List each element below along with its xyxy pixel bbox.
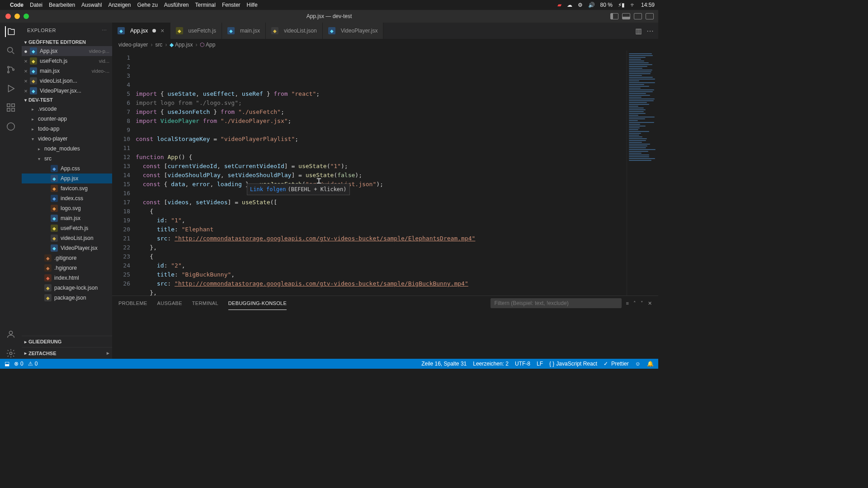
toggle-sidebar-icon[interactable] bbox=[610, 13, 618, 19]
open-editor-item[interactable]: ×◆main.jsxvideo-... bbox=[22, 66, 112, 76]
file-item[interactable]: ◆App.jsx bbox=[22, 174, 112, 183]
close-icon[interactable]: × bbox=[22, 68, 30, 75]
app-name[interactable]: Code bbox=[10, 2, 24, 8]
file-item[interactable]: ◆logo.svg bbox=[22, 203, 112, 213]
file-item[interactable]: ◆App.css bbox=[22, 164, 112, 174]
menu-ausführen[interactable]: Ausführen bbox=[164, 2, 189, 8]
file-item[interactable]: ◆package.json bbox=[22, 293, 112, 303]
panel-tab-ausgabe[interactable]: AUSGABE bbox=[157, 297, 182, 310]
notifications-icon[interactable]: 🔔 bbox=[647, 361, 654, 367]
panel-tab-terminal[interactable]: TERMINAL bbox=[192, 297, 218, 310]
folder-item[interactable]: ▾src bbox=[22, 154, 112, 164]
folder-item[interactable]: ▸todo-app bbox=[22, 124, 112, 134]
file-item[interactable]: ◆index.html bbox=[22, 273, 112, 283]
run-debug-icon[interactable] bbox=[5, 83, 16, 94]
menu-anzeigen[interactable]: Anzeigen bbox=[108, 2, 131, 8]
panel-close-icon[interactable]: ✕ bbox=[648, 300, 652, 306]
file-item[interactable]: ◆package-lock.json bbox=[22, 283, 112, 293]
language-mode[interactable]: { } JavaScript React bbox=[549, 361, 597, 367]
breadcrumb-item[interactable]: video-player bbox=[118, 42, 148, 48]
eol-status[interactable]: LF bbox=[537, 361, 543, 367]
split-editor-icon[interactable]: ▥ bbox=[635, 27, 642, 35]
minimize-window-button[interactable] bbox=[14, 14, 20, 19]
file-item[interactable]: ◆.gitignore bbox=[22, 253, 112, 263]
open-editor-item[interactable]: ×◆VideoPlayer.jsx... bbox=[22, 86, 112, 96]
menu-fenster[interactable]: Fenster bbox=[222, 2, 241, 8]
menu-hilfe[interactable]: Hilfe bbox=[247, 2, 258, 8]
minimap[interactable] bbox=[627, 51, 658, 296]
breadcrumb-item[interactable]: ◆ App.jsx bbox=[170, 42, 193, 48]
file-item[interactable]: ◆useFetch.js bbox=[22, 223, 112, 233]
close-window-button[interactable] bbox=[5, 14, 11, 19]
volume-icon[interactable]: 🔊 bbox=[588, 2, 595, 8]
modified-dot-icon[interactable]: ● bbox=[22, 48, 30, 55]
feedback-icon[interactable]: ☺ bbox=[635, 361, 641, 367]
editor-tab[interactable]: ◆VideoPlayer.jsx bbox=[323, 23, 384, 39]
search-icon[interactable] bbox=[5, 45, 16, 56]
close-tab-icon[interactable]: × bbox=[160, 27, 164, 34]
warnings-count[interactable]: ⚠ 0 bbox=[28, 361, 38, 367]
close-icon[interactable]: × bbox=[22, 58, 30, 65]
menu-datei[interactable]: Datei bbox=[30, 2, 42, 8]
editor-tab[interactable]: ◆main.jsx bbox=[222, 23, 266, 39]
toggle-panel-icon[interactable] bbox=[622, 13, 630, 19]
source-control-icon[interactable] bbox=[5, 64, 16, 75]
cloud-icon[interactable]: ☁︎ bbox=[567, 2, 572, 8]
panel-expand-icon[interactable]: ˅ bbox=[641, 300, 643, 306]
panel-settings-icon[interactable]: ≡ bbox=[626, 300, 629, 306]
account-icon[interactable] bbox=[5, 329, 16, 340]
open-editor-item[interactable]: ●◆App.jsxvideo-p... bbox=[22, 46, 112, 56]
open-editor-item[interactable]: ×◆videoList.json... bbox=[22, 76, 112, 86]
breadcrumb[interactable]: video-player›src›◆ App.jsx›⬡ App bbox=[112, 39, 658, 51]
layout-customize-icon[interactable] bbox=[646, 13, 654, 19]
timeline-section[interactable]: ▸ZEITACHSE▸ bbox=[22, 347, 112, 359]
explorer-icon[interactable] bbox=[5, 26, 16, 37]
open-editor-item[interactable]: ×◆useFetch.jsvid... bbox=[22, 56, 112, 66]
project-section[interactable]: ▾DEV-TEST bbox=[22, 96, 112, 104]
debug-console-body[interactable] bbox=[112, 310, 658, 359]
wifi-icon[interactable]: ᯤ bbox=[630, 2, 636, 8]
extensions-icon[interactable] bbox=[5, 102, 16, 113]
folder-item[interactable]: ▸.vscode bbox=[22, 104, 112, 114]
more-actions-icon[interactable]: ⋯ bbox=[646, 27, 654, 35]
file-item[interactable]: ◆index.css bbox=[22, 193, 112, 203]
menu-terminal[interactable]: Terminal bbox=[195, 2, 216, 8]
menu-gehe zu[interactable]: Gehe zu bbox=[137, 2, 157, 8]
errors-count[interactable]: ⊗ 0 bbox=[14, 361, 24, 367]
menu-bearbeiten[interactable]: Bearbeiten bbox=[49, 2, 75, 8]
maximize-window-button[interactable] bbox=[24, 14, 29, 19]
open-editors-section[interactable]: ▾GEÖFFNETE EDITOREN bbox=[22, 38, 112, 46]
editor-tab[interactable]: ◆App.jsx× bbox=[112, 23, 170, 39]
sidebar-more-icon[interactable]: ⋯ bbox=[102, 28, 107, 33]
remote-indicator[interactable]: ⬓ bbox=[5, 361, 9, 367]
folder-item[interactable]: ▸counter-app bbox=[22, 114, 112, 124]
file-item[interactable]: ◆main.jsx bbox=[22, 213, 112, 223]
file-item[interactable]: ◆videoList.json bbox=[22, 233, 112, 243]
panel-tab-probleme[interactable]: PROBLEME bbox=[118, 297, 147, 310]
toggle-secondary-icon[interactable] bbox=[634, 13, 642, 19]
folder-item[interactable]: ▸node_modules bbox=[22, 144, 112, 154]
outline-section[interactable]: ▸GLIEDERUNG bbox=[22, 336, 112, 347]
close-icon[interactable]: × bbox=[22, 88, 30, 94]
editor-tab[interactable]: ◆videoList.json bbox=[266, 23, 323, 39]
settings-gear-icon[interactable] bbox=[5, 348, 16, 359]
code-editor[interactable]: Link folgen (BEFEHL + Klicken) ⌶ import … bbox=[136, 51, 627, 296]
editor-tab[interactable]: ◆useFetch.js bbox=[170, 23, 222, 39]
tool-icon[interactable]: ⚙︎ bbox=[578, 2, 583, 8]
file-item[interactable]: ◆favicon.svg bbox=[22, 183, 112, 193]
menu-auswahl[interactable]: Auswahl bbox=[81, 2, 102, 8]
cursor-position[interactable]: Zeile 16, Spalte 31 bbox=[421, 361, 467, 367]
panel-collapse-icon[interactable]: ˄ bbox=[633, 300, 636, 306]
folder-item[interactable]: ▾video-player bbox=[22, 134, 112, 144]
remote-icon[interactable] bbox=[5, 121, 16, 132]
panel-tab-debugging-konsole[interactable]: DEBUGGING-KONSOLE bbox=[228, 297, 287, 310]
prettier-status[interactable]: Prettier bbox=[604, 361, 629, 367]
close-icon[interactable]: × bbox=[22, 78, 30, 84]
encoding-status[interactable]: UTF-8 bbox=[515, 361, 530, 367]
file-item[interactable]: ◆.hgignore bbox=[22, 263, 112, 273]
indent-status[interactable]: Leerzeichen: 2 bbox=[473, 361, 509, 367]
breadcrumb-item[interactable]: src bbox=[155, 42, 162, 48]
debug-filter-input[interactable] bbox=[491, 298, 622, 308]
breadcrumb-item[interactable]: ⬡ App bbox=[200, 42, 215, 48]
file-item[interactable]: ◆VideoPlayer.jsx bbox=[22, 243, 112, 253]
